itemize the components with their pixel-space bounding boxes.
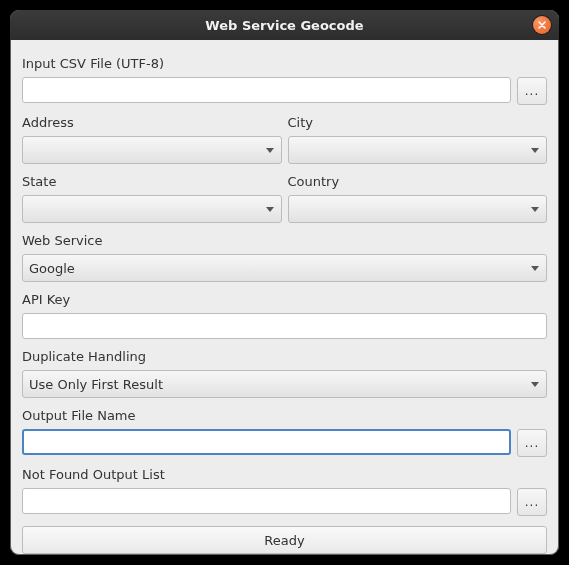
chevron-down-icon — [265, 148, 275, 153]
output-file-browse-button[interactable]: ... — [517, 429, 547, 457]
input-csv-label: Input CSV File (UTF-8) — [22, 56, 547, 71]
api-key-field[interactable] — [22, 313, 547, 339]
not-found-browse-button[interactable]: ... — [517, 488, 547, 516]
dup-handling-combo[interactable]: Use Only First Result — [22, 370, 547, 398]
state-label: State — [22, 174, 282, 189]
output-file-field[interactable] — [22, 429, 511, 455]
chevron-down-icon — [530, 207, 540, 212]
chevron-down-icon — [530, 266, 540, 271]
titlebar: Web Service Geocode — [10, 10, 559, 40]
window-close-button[interactable] — [533, 16, 551, 34]
input-csv-browse-button[interactable]: ... — [517, 77, 547, 105]
city-label: City — [288, 115, 548, 130]
city-combo[interactable] — [288, 136, 548, 164]
input-csv-field[interactable] — [22, 77, 511, 103]
api-key-label: API Key — [22, 292, 547, 307]
web-service-label: Web Service — [22, 233, 547, 248]
dup-handling-combo-value: Use Only First Result — [29, 377, 530, 392]
not-found-label: Not Found Output List — [22, 467, 547, 482]
address-combo[interactable] — [22, 136, 282, 164]
web-service-combo[interactable]: Google — [22, 254, 547, 282]
status-button[interactable]: Ready — [22, 526, 547, 554]
web-service-combo-value: Google — [29, 261, 530, 276]
window-title: Web Service Geocode — [10, 18, 559, 33]
chevron-down-icon — [530, 148, 540, 153]
status-label: Ready — [264, 533, 304, 548]
state-combo[interactable] — [22, 195, 282, 223]
country-combo[interactable] — [288, 195, 548, 223]
output-file-label: Output File Name — [22, 408, 547, 423]
chevron-down-icon — [530, 382, 540, 387]
dup-handling-label: Duplicate Handling — [22, 349, 547, 364]
dialog-window: Web Service Geocode Input CSV File (UTF-… — [10, 10, 559, 555]
address-label: Address — [22, 115, 282, 130]
not-found-field[interactable] — [22, 488, 511, 514]
close-icon — [537, 20, 547, 30]
country-label: Country — [288, 174, 548, 189]
chevron-down-icon — [265, 207, 275, 212]
